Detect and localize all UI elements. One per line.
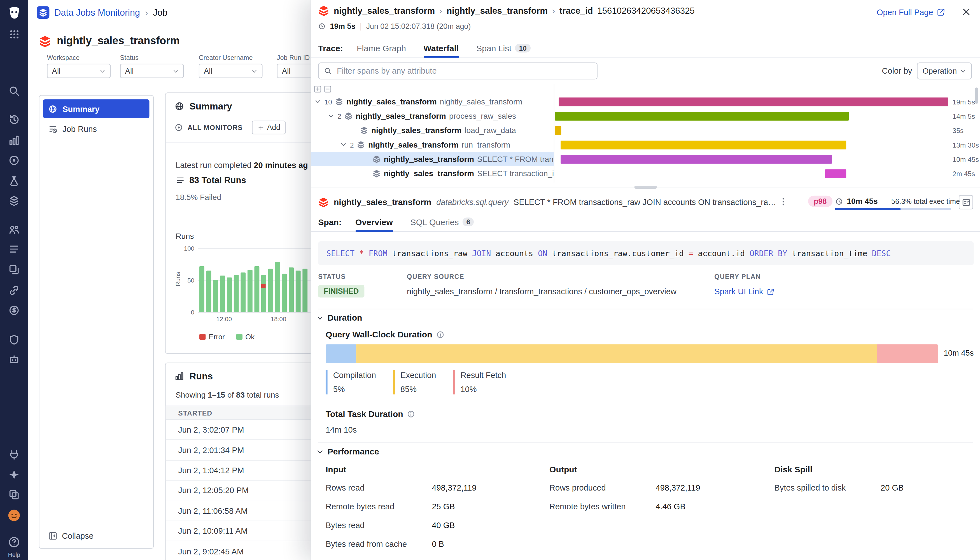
filter-select-status[interactable]: All: [120, 64, 184, 78]
waterfall-row[interactable]: nightly_sales_transformSELECT * FROM tra…: [312, 152, 980, 166]
resize-handle[interactable]: [635, 186, 657, 189]
waterfall-row[interactable]: 10nightly_sales_transformnightly_sales_t…: [312, 94, 980, 108]
filter-select-creator-username[interactable]: All: [199, 64, 263, 78]
usage-icon[interactable]: [8, 304, 20, 316]
span-count: 2: [350, 141, 354, 148]
waterfall-row[interactable]: nightly_sales_transformSELECT transactio…: [312, 166, 980, 181]
spark-ui-link[interactable]: Spark UI Link: [714, 287, 774, 296]
tree-expander-icon[interactable]: [328, 113, 335, 120]
task-duration-label: Total Task Duration: [326, 409, 403, 418]
span-duration-bar[interactable]: [558, 97, 948, 106]
waterfall-row[interactable]: 2nightly_sales_transformrun_transform13m…: [312, 137, 980, 152]
x-tick-label: 12:00: [216, 315, 232, 323]
tab-waterfall[interactable]: Waterfall: [423, 38, 458, 58]
waterfall-row[interactable]: 2nightly_sales_transformprocess_raw_sale…: [312, 108, 980, 123]
kebab-menu-icon[interactable]: [779, 197, 788, 206]
span-list-view-button[interactable]: [959, 195, 973, 209]
span-duration-bar[interactable]: [825, 169, 846, 178]
monitors-icon[interactable]: [8, 154, 20, 166]
duration-legend-compilation: Compilation5%: [326, 370, 376, 394]
sparkle-icon[interactable]: [8, 469, 20, 480]
span-duration-bar[interactable]: [560, 140, 846, 149]
waterfall-row[interactable]: nightly_sales_transformload_raw_data35s: [312, 123, 980, 137]
dashboards-icon[interactable]: [8, 134, 20, 146]
breadcrumb-root-link[interactable]: Data Jobs Monitoring: [54, 8, 140, 18]
span-header: nightly_sales_transform databricks.sql.q…: [312, 192, 980, 211]
info-icon[interactable]: [436, 331, 444, 339]
span-operation-name: nightly_sales_transform: [440, 97, 522, 106]
windows-icon[interactable]: [8, 489, 20, 501]
datadog-logo[interactable]: [6, 5, 22, 21]
chart-bar: [213, 280, 218, 312]
span-resource: SELECT * FROM transactions_raw JOIN acco…: [513, 197, 778, 207]
synthetics-icon[interactable]: [8, 175, 20, 187]
sql-token: ON: [538, 248, 547, 258]
metric-row: Remote bytes read25 GB: [326, 502, 477, 511]
breadcrumb-separator: ›: [439, 6, 442, 16]
tree-expander-icon[interactable]: [315, 98, 322, 105]
logs-icon[interactable]: [8, 243, 20, 255]
chevron-down-icon: [316, 448, 324, 455]
chart-bar: [207, 270, 212, 312]
summary-card-title: Summary: [189, 100, 232, 111]
security-icon[interactable]: [8, 334, 20, 345]
span-duration-bar[interactable]: [555, 126, 561, 135]
help-icon[interactable]: [8, 536, 20, 548]
filter-select-workspace[interactable]: All: [47, 64, 111, 78]
breadcrumb-current: Job: [153, 8, 167, 18]
nav-item-summary[interactable]: Summary: [43, 99, 149, 118]
nav-item-job-runs[interactable]: Job Runs: [43, 119, 149, 138]
span-duration-bar[interactable]: [555, 112, 849, 120]
add-monitor-button[interactable]: Add: [252, 121, 286, 134]
services-icon[interactable]: [8, 224, 20, 235]
chart-bar: [248, 270, 253, 312]
performance-section-header[interactable]: Performance: [316, 447, 379, 456]
info-icon[interactable]: [407, 410, 415, 418]
search-icon: [324, 67, 332, 75]
chevron-down-icon: [251, 68, 257, 74]
trace-crumb-operation[interactable]: nightly_sales_transform: [447, 6, 548, 16]
chart-icon: [175, 371, 185, 381]
collapse-button[interactable]: Collapse: [48, 531, 93, 540]
metric-row: Bytes read40 GB: [326, 520, 477, 530]
apm-icon[interactable]: [8, 264, 20, 275]
bits-ai-icon[interactable]: [8, 353, 20, 365]
collapse-all-icon[interactable]: [324, 85, 332, 93]
y-tick-label: 50: [177, 277, 195, 284]
legend-swatch: [236, 334, 242, 340]
search-icon[interactable]: [8, 85, 20, 97]
history-icon[interactable]: [8, 114, 20, 125]
trace-crumb-service[interactable]: nightly_sales_transform: [334, 6, 435, 16]
performance-group-disk-spill: Disk SpillBytes spilled to disk20 GB: [775, 465, 904, 502]
plugin-icon[interactable]: [8, 449, 20, 461]
integrations-icon[interactable]: [8, 285, 20, 296]
span-duration: 10m 45s: [847, 197, 878, 205]
tab-span-list[interactable]: Span List 10: [476, 38, 530, 58]
span-filter-input[interactable]: [336, 65, 592, 76]
duration-section-header[interactable]: Duration: [316, 313, 362, 322]
span-duration-bar[interactable]: [560, 155, 832, 163]
tab-overview[interactable]: Overview: [355, 212, 393, 232]
status-label: STATUS: [318, 272, 345, 280]
open-full-page-link[interactable]: Open Full Page: [877, 8, 945, 17]
sql-token: transaction_time: [787, 248, 872, 258]
color-by-select[interactable]: Operation: [917, 62, 972, 79]
tab-flame-graph[interactable]: Flame Graph: [357, 38, 406, 58]
runs-card-header: Runs: [175, 371, 213, 382]
metric-row: Bytes read from cache0 B: [326, 539, 477, 548]
span-duration-label: 2m 45s: [953, 166, 975, 181]
collapse-panel-icon: [48, 531, 57, 540]
apps-grid-icon[interactable]: [8, 29, 20, 40]
tab-sql-queries[interactable]: SQL Queries 6: [410, 212, 474, 232]
waterfall-scrollbar[interactable]: [975, 87, 978, 103]
sql-token: transactions_raw: [388, 248, 472, 258]
duration-segment-execution: [356, 344, 877, 363]
help-label: Help: [0, 551, 28, 558]
avatar[interactable]: [8, 509, 21, 522]
tree-expander-icon[interactable]: [340, 141, 347, 148]
expand-all-icon[interactable]: [314, 85, 322, 93]
filter-label: Workspace: [47, 54, 111, 61]
close-icon[interactable]: [961, 7, 971, 17]
span-duration-label: 19m 5s: [953, 94, 975, 108]
infrastructure-icon[interactable]: [8, 195, 20, 207]
